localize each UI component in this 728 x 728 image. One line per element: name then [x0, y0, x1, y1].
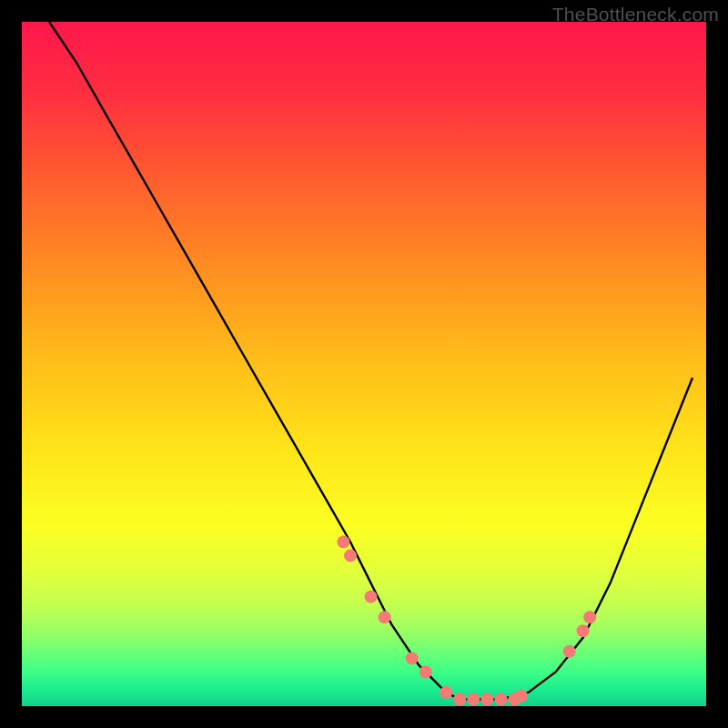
marker-dot [480, 693, 493, 706]
marker-dot [577, 624, 590, 637]
marker-dots-group [337, 536, 596, 706]
marker-dot [583, 611, 596, 623]
chart-svg [22, 22, 706, 706]
marker-dot [467, 693, 480, 706]
chart-frame: TheBottleneck.com [0, 0, 728, 728]
marker-dot [515, 690, 528, 703]
marker-dot [440, 686, 452, 699]
marker-dot [420, 665, 432, 678]
marker-dot [406, 652, 419, 664]
marker-dot [379, 611, 391, 623]
marker-dot [337, 536, 349, 549]
marker-dot [344, 550, 357, 562]
marker-dot [365, 591, 378, 603]
marker-dot [494, 693, 507, 706]
watermark-text: TheBottleneck.com [552, 4, 719, 25]
marker-dot [563, 645, 576, 658]
marker-dot [453, 693, 466, 706]
